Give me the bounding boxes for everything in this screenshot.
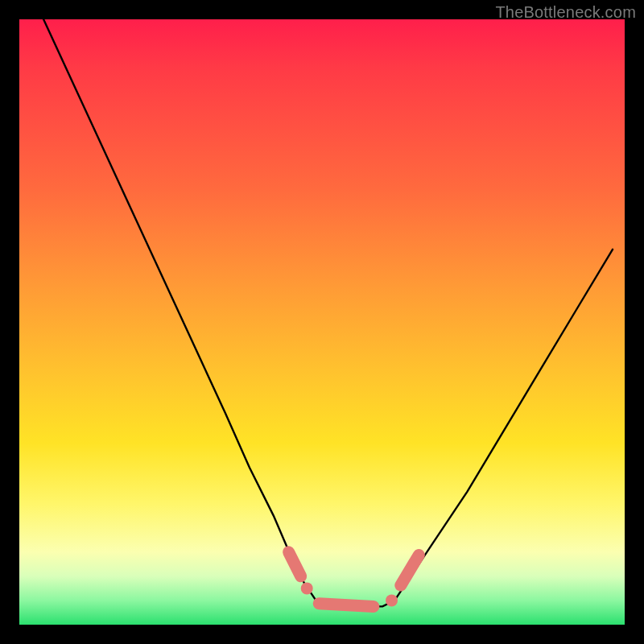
bottleneck-curve	[43, 19, 613, 606]
curve-marker-capsule	[289, 552, 301, 576]
bottleneck-plot	[19, 19, 625, 625]
curve-layer	[43, 19, 613, 606]
curve-marker-capsule	[401, 555, 419, 586]
watermark-label: TheBottleneck.com	[495, 3, 636, 22]
curve-marker-capsule	[319, 604, 374, 607]
curve-marker-dot	[386, 594, 398, 606]
chart-frame: TheBottleneck.com	[0, 0, 644, 644]
plot-area	[19, 19, 625, 625]
marker-layer	[289, 552, 419, 607]
curve-marker-dot	[301, 582, 313, 594]
